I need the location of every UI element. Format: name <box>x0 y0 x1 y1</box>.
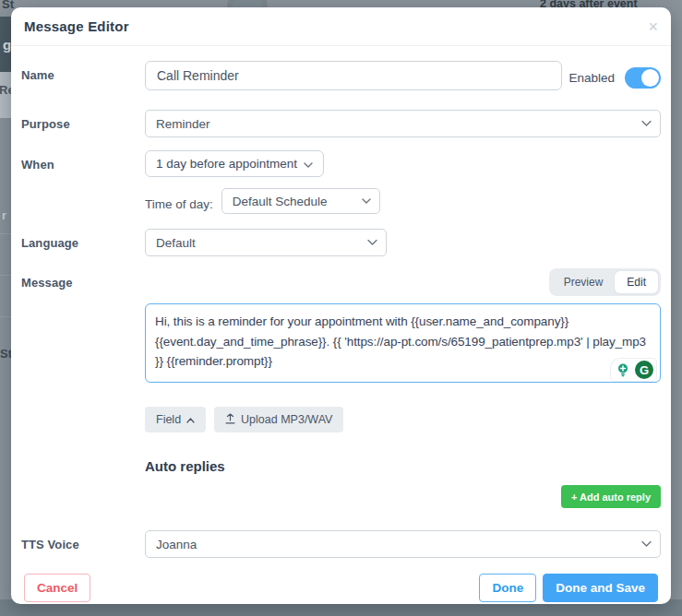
chevron-down-icon <box>362 198 371 204</box>
enabled-label: Enabled <box>568 71 615 85</box>
done-button[interactable]: Done <box>479 574 536 602</box>
name-input[interactable] <box>145 61 562 90</box>
grammarly-widget: G <box>611 359 656 381</box>
done-and-save-button[interactable]: Done and Save <box>543 574 658 602</box>
cancel-button[interactable]: Cancel <box>24 574 90 602</box>
background-text-fragment: St <box>2 0 14 11</box>
message-label: Message <box>21 268 145 290</box>
chevron-up-icon <box>186 413 195 426</box>
preview-edit-segmented-control: Preview Edit <box>549 268 661 296</box>
when-value: 1 day before appointment <box>156 157 297 171</box>
purpose-label: Purpose <box>21 110 145 131</box>
label-spacer <box>21 458 145 466</box>
language-value: Default <box>156 236 196 250</box>
field-button-label: Field <box>156 413 181 426</box>
add-auto-reply-button[interactable]: + Add auto reply <box>561 485 661 508</box>
modal-title: Message Editor <box>24 18 129 34</box>
field-dropdown-button[interactable]: Field <box>145 407 206 432</box>
tab-edit[interactable]: Edit <box>615 271 658 293</box>
name-label: Name <box>21 61 145 82</box>
when-label: When <box>21 150 145 172</box>
label-spacer <box>21 188 145 195</box>
modal-header: Message Editor × <box>11 7 671 46</box>
chevron-down-icon <box>641 541 652 548</box>
purpose-value: Reminder <box>156 117 210 131</box>
tts-voice-label: TTS Voice <box>21 530 145 551</box>
language-select[interactable]: Default <box>145 229 387 256</box>
upload-icon <box>225 413 235 427</box>
background-text-fragment: r <box>2 208 6 222</box>
toggle-knob <box>641 69 659 87</box>
tts-voice-value: Joanna <box>156 538 197 551</box>
chevron-down-icon <box>641 121 652 127</box>
chevron-down-icon <box>367 240 377 246</box>
tab-preview[interactable]: Preview <box>552 271 616 293</box>
grammarly-suggestion-lightbulb-icon[interactable] <box>614 361 632 379</box>
language-label: Language <box>21 229 145 250</box>
upload-mp3-button[interactable]: Upload MP3/WAV <box>214 407 343 432</box>
time-of-day-label: Time of day: <box>145 192 213 211</box>
grammarly-logo-icon[interactable]: G <box>635 361 653 379</box>
time-of-day-select[interactable]: Default Schedule <box>221 188 380 214</box>
chevron-down-icon <box>304 157 313 171</box>
purpose-select[interactable]: Reminder <box>145 110 661 137</box>
background-text-fragment: g <box>3 37 11 53</box>
label-spacer <box>21 407 145 414</box>
modal-footer: Cancel Done Done and Save <box>11 574 671 602</box>
enabled-toggle[interactable] <box>625 67 661 89</box>
close-icon[interactable]: × <box>648 18 658 35</box>
message-textarea[interactable]: Hi, this is a reminder for your appointm… <box>145 303 661 383</box>
time-of-day-value: Default Schedule <box>233 195 328 208</box>
auto-replies-heading: Auto replies <box>145 458 225 474</box>
upload-button-label: Upload MP3/WAV <box>241 413 332 426</box>
when-dropdown-button[interactable]: 1 day before appointment <box>145 150 324 177</box>
message-editor-modal: Message Editor × Name Enabled Purpose <box>11 7 671 604</box>
tts-voice-select[interactable]: Joanna <box>145 530 661 558</box>
